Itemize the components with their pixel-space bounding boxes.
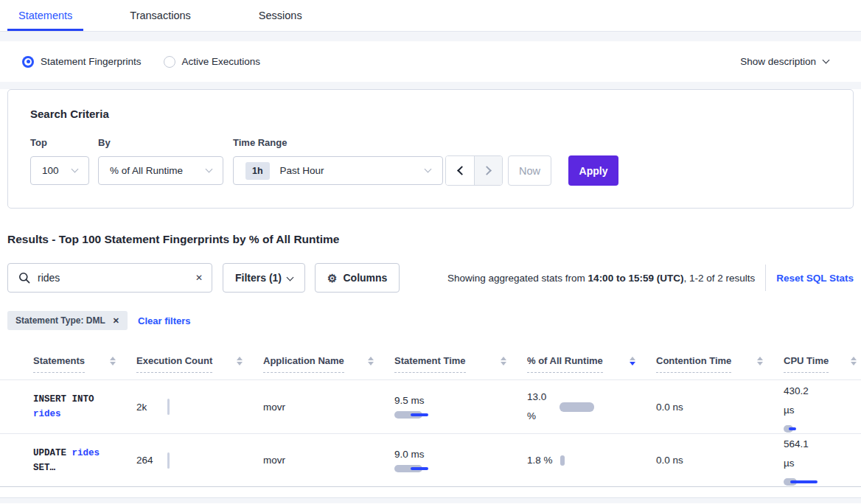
cpu-time-cell: 430.2 µs xyxy=(784,382,861,433)
application-name-value: movr xyxy=(263,455,285,466)
execution-count-value: 2k xyxy=(136,402,147,413)
contention-time-cell: 0.0 ns xyxy=(656,455,784,466)
divider-strip xyxy=(0,82,861,89)
time-range-value: Past Hour xyxy=(280,165,324,176)
column-label: CPU Time xyxy=(784,355,829,373)
filters-button[interactable]: Filters (1) xyxy=(223,263,305,293)
statement-keyword: INSERT INTO xyxy=(33,394,94,405)
pct-runtime-value: 13.0 % xyxy=(527,388,555,426)
statement-time-cell: 9.5 ms xyxy=(394,395,527,419)
statement-link[interactable]: rides xyxy=(33,409,61,419)
column-header-contention-time[interactable]: Contention Time xyxy=(656,355,784,367)
column-header-execution-count[interactable]: Execution Count xyxy=(136,355,263,367)
pct-runtime-bar xyxy=(560,455,565,466)
sort-icon[interactable] xyxy=(368,357,374,365)
view-toggle-bar: Statement Fingerprints Active Executions… xyxy=(0,41,861,82)
cpu-time-bar xyxy=(784,425,861,433)
pct-runtime-cell: 1.8 % xyxy=(527,455,656,466)
statement-time-value: 9.0 ms xyxy=(394,449,527,460)
tab-statements[interactable]: Statements xyxy=(7,2,83,31)
radio-button-icon[interactable] xyxy=(22,56,34,68)
column-header-statement-time[interactable]: Statement Time xyxy=(394,355,527,367)
statement-fingerprint-cell: UPDATE rides SET… xyxy=(33,446,136,475)
filter-chip-statement-type[interactable]: Statement Type: DML ✕ xyxy=(7,311,128,330)
sort-icon-active-desc[interactable] xyxy=(630,357,635,365)
tab-sessions-label: Sessions xyxy=(259,10,302,21)
sort-icon[interactable] xyxy=(501,357,506,365)
statement-link[interactable]: rides xyxy=(72,448,100,458)
pct-runtime-value: 1.8 % xyxy=(527,455,553,466)
time-range-label: Time Range xyxy=(233,137,287,148)
search-box[interactable]: ✕ xyxy=(7,263,212,293)
time-next-button[interactable] xyxy=(474,156,502,185)
contention-time-value: 0.0 ns xyxy=(656,455,683,466)
sql-activity-page: Statements Transactions Sessions Stateme… xyxy=(0,0,861,504)
cpu-time-value: 564.1 µs xyxy=(784,435,820,473)
stats-prefix: Showing aggregated stats from xyxy=(447,273,588,284)
gear-icon: ⚙ xyxy=(327,273,337,284)
radio-statement-fingerprints[interactable]: Statement Fingerprints xyxy=(22,56,142,68)
bottom-strip xyxy=(0,497,861,503)
tab-sessions[interactable]: Sessions xyxy=(248,2,313,31)
aggregated-stats-text: Showing aggregated stats from 14:00 to 1… xyxy=(447,273,755,284)
execution-count-value: 264 xyxy=(136,455,153,466)
apply-button[interactable]: Apply xyxy=(568,155,618,186)
statement-time-bar xyxy=(394,411,527,419)
column-label: Application Name xyxy=(263,355,344,373)
radio-button-icon[interactable] xyxy=(164,56,175,68)
contention-time-cell: 0.0 ns xyxy=(656,402,784,413)
column-header-statements[interactable]: Statements xyxy=(33,355,136,367)
radio-statement-fingerprints-label: Statement Fingerprints xyxy=(41,56,142,67)
sort-icon[interactable] xyxy=(110,357,116,365)
stats-area: Showing aggregated stats from 14:00 to 1… xyxy=(447,265,854,291)
stats-suffix: , 1-2 of 2 results xyxy=(683,273,755,284)
by-select[interactable]: % of All Runtime xyxy=(98,156,223,185)
chevron-down-icon xyxy=(425,166,432,173)
show-description-toggle[interactable]: Show description xyxy=(740,56,839,67)
column-label: Statement Time xyxy=(394,355,466,373)
tab-transactions[interactable]: Transactions xyxy=(119,2,201,31)
statement-keyword: SET… xyxy=(33,463,55,473)
column-header-pct-all-runtime[interactable]: % of All Runtime xyxy=(527,355,656,367)
clear-filters-link[interactable]: Clear filters xyxy=(138,315,191,326)
tab-transactions-label: Transactions xyxy=(130,10,190,21)
chevron-right-icon xyxy=(482,166,492,175)
column-label: Contention Time xyxy=(656,355,731,373)
radio-active-executions-label: Active Executions xyxy=(182,56,261,67)
sort-icon[interactable] xyxy=(237,357,243,365)
search-input[interactable] xyxy=(38,272,188,284)
table-row[interactable]: UPDATE rides SET… 264 movr 9.0 ms 1.8 % … xyxy=(0,433,861,487)
top-select[interactable]: 100 xyxy=(30,156,89,185)
column-header-application-name[interactable]: Application Name xyxy=(263,355,394,367)
time-range-select[interactable]: 1h Past Hour xyxy=(233,156,443,185)
statement-time-cell: 9.0 ms xyxy=(394,449,527,472)
sort-icon[interactable] xyxy=(757,357,763,365)
remove-filter-icon[interactable]: ✕ xyxy=(113,316,119,326)
execution-count-bar xyxy=(167,399,170,415)
column-header-cpu-time[interactable]: CPU Time xyxy=(784,355,861,367)
chevron-left-icon xyxy=(457,166,467,175)
clear-search-icon[interactable]: ✕ xyxy=(195,273,203,283)
search-criteria-title: Search Criteria xyxy=(30,108,109,120)
application-name-value: movr xyxy=(263,402,285,413)
results-controls-row: ✕ Filters (1) ⚙ Columns Showing aggregat… xyxy=(7,263,854,293)
reset-sql-stats-link[interactable]: Reset SQL Stats xyxy=(776,273,854,284)
table-row[interactable]: INSERT INTO rides 2k movr 9.5 ms 13.0 % … xyxy=(0,379,861,433)
execution-count-cell: 2k xyxy=(136,402,263,413)
sort-icon[interactable] xyxy=(851,357,857,365)
cpu-time-value: 430.2 µs xyxy=(784,382,820,420)
statement-time-value: 9.5 ms xyxy=(394,395,527,406)
contention-time-value: 0.0 ns xyxy=(656,402,683,413)
search-criteria-card: Search Criteria Top By Time Range 100 % … xyxy=(7,89,854,209)
vertical-divider xyxy=(765,265,766,291)
statements-table: Statements Execution Count Application N… xyxy=(0,343,861,487)
columns-button-label: Columns xyxy=(343,272,387,284)
time-nav-group xyxy=(445,155,503,186)
pct-runtime-bar xyxy=(560,402,594,412)
time-prev-button[interactable] xyxy=(446,156,474,185)
now-button[interactable]: Now xyxy=(508,155,551,186)
radio-active-executions[interactable]: Active Executions xyxy=(164,56,261,68)
stats-time-range: 14:00 to 15:59 (UTC) xyxy=(588,273,684,284)
active-filters-row: Statement Type: DML ✕ Clear filters xyxy=(7,311,854,330)
columns-button[interactable]: ⚙ Columns xyxy=(315,263,400,293)
